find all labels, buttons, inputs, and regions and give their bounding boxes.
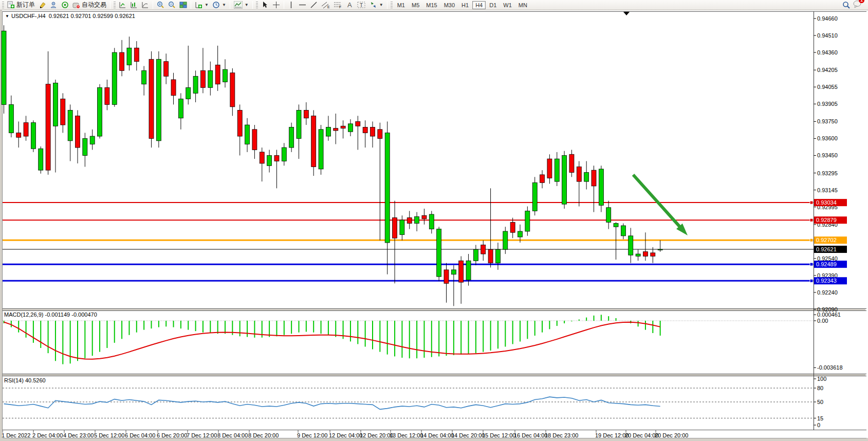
rsi-indicator-label: RSI(14) 40.5260 bbox=[4, 377, 46, 383]
svg-text:14 Dec 04:00: 14 Dec 04:00 bbox=[420, 432, 454, 438]
svg-text:T: T bbox=[360, 3, 363, 8]
toolbar-grip[interactable] bbox=[256, 2, 258, 9]
main-toolbar: 新订单 自动交易 ▼ ▼ ▼ bbox=[0, 0, 868, 10]
chart-autoscroll-button[interactable] bbox=[117, 1, 128, 10]
tile-windows-button[interactable] bbox=[178, 1, 189, 10]
arrows-tool-button[interactable]: ▼ bbox=[368, 1, 385, 10]
svg-text:16 Dec 04:00: 16 Dec 04:00 bbox=[514, 432, 547, 438]
svg-text:4 Dec 23:00: 4 Dec 23:00 bbox=[63, 432, 94, 438]
svg-text:0.93905: 0.93905 bbox=[817, 101, 838, 107]
highlighter-icon bbox=[39, 1, 46, 9]
auto-trading-icon bbox=[72, 1, 80, 9]
svg-text:1 Dec 2022: 1 Dec 2022 bbox=[2, 432, 30, 438]
svg-text:0.94205: 0.94205 bbox=[817, 67, 838, 73]
svg-text:0.00: 0.00 bbox=[817, 318, 828, 324]
channel-tool-button[interactable]: E bbox=[320, 1, 331, 10]
svg-text:14 Dec 20:00: 14 Dec 20:00 bbox=[451, 432, 485, 438]
svg-text:0.92540: 0.92540 bbox=[817, 255, 838, 262]
timeframe-w1[interactable]: W1 bbox=[500, 1, 515, 9]
svg-text:5 Dec 12:00: 5 Dec 12:00 bbox=[94, 432, 124, 438]
search-icon bbox=[842, 1, 851, 9]
svg-text:0.000461: 0.000461 bbox=[817, 311, 841, 318]
timeframe-mn[interactable]: MN bbox=[515, 1, 530, 9]
timeframe-m5[interactable]: M5 bbox=[409, 1, 422, 9]
notifications-button[interactable]: 1 bbox=[853, 0, 862, 10]
symbol-dropdown-icon[interactable]: ▼ bbox=[5, 14, 9, 19]
clock-icon bbox=[212, 1, 220, 9]
svg-text:6 Dec 04:00: 6 Dec 04:00 bbox=[125, 432, 155, 438]
text-label-icon: T bbox=[357, 1, 366, 9]
svg-text:0.93600: 0.93600 bbox=[817, 135, 838, 141]
zoom-out-button[interactable] bbox=[167, 1, 177, 10]
svg-text:0.94510: 0.94510 bbox=[817, 32, 838, 39]
new-order-label: 新订单 bbox=[16, 1, 35, 9]
svg-text:7 Dec 12:00: 7 Dec 12:00 bbox=[187, 432, 217, 438]
request-quote-button[interactable] bbox=[48, 1, 59, 10]
svg-text:0.92489: 0.92489 bbox=[816, 261, 837, 267]
crosshair-tool-button[interactable] bbox=[271, 1, 282, 10]
cursor-icon bbox=[261, 1, 269, 9]
text-tool-button[interactable]: A bbox=[344, 1, 355, 10]
svg-text:80: 80 bbox=[817, 385, 823, 391]
separator bbox=[387, 1, 387, 9]
svg-text:13 Dec 12:00: 13 Dec 12:00 bbox=[390, 432, 423, 438]
highlight-tool-button[interactable] bbox=[37, 1, 48, 10]
svg-text:0.93295: 0.93295 bbox=[817, 170, 838, 176]
zoom-out-icon bbox=[168, 1, 176, 9]
auto-trading-label: 自动交易 bbox=[82, 1, 106, 9]
toolbar-grip[interactable] bbox=[391, 2, 393, 9]
separator bbox=[230, 1, 230, 9]
timeframe-m1[interactable]: M1 bbox=[394, 1, 408, 9]
svg-text:0.93450: 0.93450 bbox=[817, 152, 838, 158]
timeframe-h1[interactable]: H1 bbox=[458, 1, 472, 9]
svg-text:A: A bbox=[347, 1, 352, 9]
tile-windows-icon bbox=[179, 1, 187, 9]
new-chart-icon bbox=[195, 1, 202, 9]
svg-text:0.94360: 0.94360 bbox=[817, 49, 838, 56]
svg-text:100: 100 bbox=[817, 376, 826, 382]
timeframe-m30[interactable]: M30 bbox=[441, 1, 458, 9]
chart-step-button[interactable] bbox=[140, 1, 151, 10]
svg-text:20 Dec 04:00: 20 Dec 04:00 bbox=[625, 432, 658, 438]
toolbar-grip[interactable] bbox=[2, 2, 4, 9]
chart-surface[interactable]: 0.0004610.00-0.003618 1008050150 0.94660… bbox=[0, 0, 868, 441]
zoom-in-button[interactable] bbox=[155, 1, 166, 10]
trendline-tool-button[interactable] bbox=[308, 1, 319, 10]
dropdown-caret: ▼ bbox=[379, 3, 383, 7]
svg-text:15 Dec 12:00: 15 Dec 12:00 bbox=[482, 432, 515, 438]
svg-text:E: E bbox=[327, 5, 330, 9]
hline-tool-button[interactable] bbox=[297, 1, 308, 10]
signal-icon bbox=[61, 1, 69, 9]
svg-text:2 Dec 04:00: 2 Dec 04:00 bbox=[32, 432, 63, 438]
toolbar-grip[interactable] bbox=[114, 2, 116, 9]
svg-text:F: F bbox=[339, 5, 341, 9]
news-signal-button[interactable] bbox=[60, 1, 70, 10]
separator bbox=[153, 1, 153, 9]
new-order-button[interactable]: 新订单 bbox=[6, 1, 36, 10]
macd-indicator-label: MACD(12,26,9) -0.001149 -0.000470 bbox=[4, 311, 97, 318]
text-label-tool-button[interactable]: T bbox=[356, 1, 367, 10]
timeframe-group: M1M5M15M30H1H4D1W1MN bbox=[394, 1, 530, 9]
svg-text:18 Dec 23:00: 18 Dec 23:00 bbox=[545, 432, 578, 438]
cursor-tool-button[interactable] bbox=[260, 1, 270, 10]
chart-shift-button[interactable] bbox=[128, 1, 139, 10]
svg-text:0.92702: 0.92702 bbox=[816, 237, 837, 243]
chart-type-button[interactable]: ▼ bbox=[232, 1, 250, 10]
svg-text:-0.003618: -0.003618 bbox=[817, 364, 843, 371]
auto-trading-button[interactable]: 自动交易 bbox=[71, 1, 108, 10]
timeframe-m15[interactable]: M15 bbox=[423, 1, 440, 9]
search-button[interactable] bbox=[841, 1, 852, 10]
fibonacci-tool-button[interactable]: F bbox=[332, 1, 344, 10]
chart-title-bar[interactable]: ▼USDCHF-,H4 0.92621 0.92701 0.92599 0.92… bbox=[5, 13, 135, 19]
dropdown-caret: ▼ bbox=[222, 3, 226, 7]
period-button[interactable]: ▼ bbox=[211, 1, 228, 10]
svg-text:0.93750: 0.93750 bbox=[817, 118, 838, 124]
timeframe-h4[interactable]: H4 bbox=[472, 1, 486, 9]
vline-tool-button[interactable] bbox=[286, 1, 297, 10]
new-chart-button[interactable]: ▼ bbox=[193, 1, 210, 10]
svg-text:19 Dec 12:00: 19 Dec 12:00 bbox=[595, 432, 629, 438]
separator bbox=[110, 1, 110, 9]
timeframe-d1[interactable]: D1 bbox=[486, 1, 500, 9]
horizontal-line-icon bbox=[299, 1, 306, 9]
svg-text:6 Dec 20:00: 6 Dec 20:00 bbox=[157, 432, 187, 438]
